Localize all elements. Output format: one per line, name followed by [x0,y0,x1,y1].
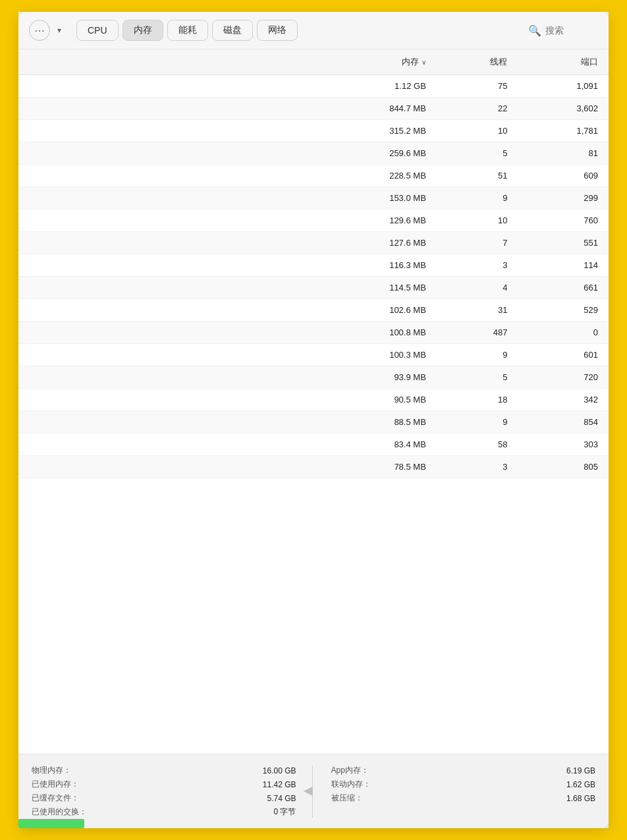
cell-memory: 129.6 MB [314,210,437,232]
table-row[interactable]: 93.9 MB5720 [18,366,609,389]
stat-row-left: 已使用的交换：0 字节 [32,806,296,818]
table-row[interactable]: 844.7 MB223,602 [18,98,609,120]
cell-memory: 228.5 MB [314,165,437,187]
cell-memory: 100.3 MB [314,344,437,366]
table-header-row: 内存 ∨ 线程 端口 [18,49,609,75]
tab-energy[interactable]: 能耗 [167,20,208,41]
cell-name [18,254,314,277]
cell-name [18,322,314,344]
stat-label: 已缓存文件： [32,793,79,804]
stat-row-left: 物理内存：16.00 GB [32,765,296,776]
stat-label: 已使用的交换： [32,806,87,818]
table-row[interactable]: 116.3 MB3114 [18,254,609,277]
search-area: 🔍 [528,24,598,37]
table-row[interactable]: 100.3 MB9601 [18,344,609,366]
stat-row-right: 被压缩：1.68 GB [331,793,596,804]
table-row[interactable]: 259.6 MB581 [18,142,609,165]
cell-ports: 609 [518,165,609,187]
table-row[interactable]: 83.4 MB58303 [18,434,609,456]
cell-threads: 75 [437,75,518,98]
col-header-ports[interactable]: 端口 [518,49,609,75]
cell-threads: 9 [437,187,518,210]
cell-threads: 7 [437,232,518,254]
bg-yellow-top [0,0,627,12]
cell-name [18,98,314,120]
table-row[interactable]: 100.8 MB4870 [18,322,609,344]
cell-ports: 81 [518,142,609,165]
search-input[interactable] [545,25,598,36]
stat-row-right: App内存：6.19 GB [331,765,596,776]
main-window: ⋯ ▾ CPU 内存 能耗 磁盘 网络 🔍 内存 [18,12,609,828]
cell-threads: 18 [437,389,518,411]
stat-label: 已使用内存： [32,779,79,790]
process-table: 内存 ∨ 线程 端口 1.12 GB751,091844.7 MB223,602… [18,49,609,478]
cell-threads: 3 [437,456,518,478]
tab-disk[interactable]: 磁盘 [212,20,253,41]
bg-yellow-left [0,0,18,840]
cell-ports: 299 [518,187,609,210]
table-row[interactable]: 102.6 MB31529 [18,299,609,322]
cell-threads: 10 [437,210,518,232]
stat-value: 1.68 GB [566,794,595,803]
cell-ports: 342 [518,389,609,411]
col-header-threads[interactable]: 线程 [437,49,518,75]
process-table-container[interactable]: 内存 ∨ 线程 端口 1.12 GB751,091844.7 MB223,602… [18,49,609,754]
stat-value: 5.74 GB [267,794,296,803]
toolbar-controls: ⋯ ▾ [29,20,66,41]
cell-ports: 303 [518,434,609,456]
table-body: 1.12 GB751,091844.7 MB223,602315.2 MB101… [18,75,609,478]
cell-memory: 844.7 MB [314,98,437,120]
stat-value: 0 字节 [273,806,296,818]
table-row[interactable]: 127.6 MB7551 [18,232,609,254]
table-row[interactable]: 129.6 MB10760 [18,210,609,232]
chevron-down-button[interactable]: ▾ [53,24,66,37]
table-row[interactable]: 88.5 MB9854 [18,411,609,434]
cell-name [18,165,314,187]
cell-ports: 805 [518,456,609,478]
table-row[interactable]: 153.0 MB9299 [18,187,609,210]
cell-name [18,411,314,434]
table-row[interactable]: 114.5 MB4661 [18,277,609,299]
cell-ports: 661 [518,277,609,299]
cell-memory: 315.2 MB [314,120,437,142]
cell-name [18,366,314,389]
tab-memory[interactable]: 内存 [123,20,163,41]
cell-memory: 114.5 MB [314,277,437,299]
cell-memory: 78.5 MB [314,456,437,478]
table-row[interactable]: 78.5 MB3805 [18,456,609,478]
cell-ports: 854 [518,411,609,434]
cell-memory: 88.5 MB [314,411,437,434]
cell-name [18,456,314,478]
stat-value: 6.19 GB [566,766,595,775]
cell-name [18,187,314,210]
cell-threads: 5 [437,142,518,165]
table-row[interactable]: 90.5 MB18342 [18,389,609,411]
ellipsis-button[interactable]: ⋯ [29,20,50,41]
cell-threads: 10 [437,120,518,142]
cell-memory: 100.8 MB [314,322,437,344]
cell-threads: 4 [437,277,518,299]
cell-threads: 487 [437,322,518,344]
cell-threads: 22 [437,98,518,120]
cell-name [18,120,314,142]
cell-name [18,344,314,366]
table-row[interactable]: 315.2 MB101,781 [18,120,609,142]
cell-ports: 1,781 [518,120,609,142]
cell-name [18,210,314,232]
tab-cpu[interactable]: CPU [76,20,119,41]
cell-name [18,434,314,456]
cell-memory: 93.9 MB [314,366,437,389]
stats-right: App内存：6.19 GB联动内存：1.62 GB被压缩：1.68 GB [313,765,596,818]
table-row[interactable]: 1.12 GB751,091 [18,75,609,98]
tab-bar: CPU 内存 能耗 磁盘 网络 [76,20,298,41]
stat-label: App内存： [331,765,369,776]
cell-threads: 9 [437,344,518,366]
col-header-memory[interactable]: 内存 ∨ [314,49,437,75]
table-row[interactable]: 228.5 MB51609 [18,165,609,187]
cell-threads: 51 [437,165,518,187]
stat-label: 物理内存： [32,765,71,776]
tab-network[interactable]: 网络 [257,20,298,41]
cell-ports: 114 [518,254,609,277]
cell-name [18,142,314,165]
cell-threads: 5 [437,366,518,389]
